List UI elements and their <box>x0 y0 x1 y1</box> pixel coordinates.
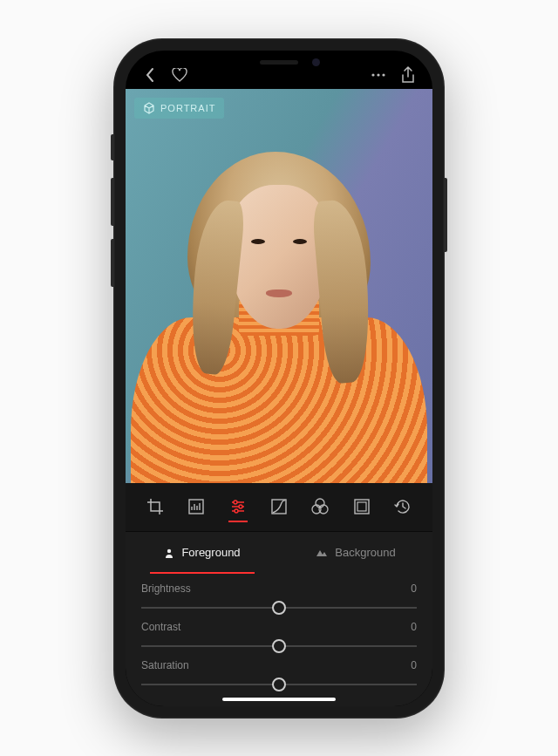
saturation-slider[interactable] <box>141 677 417 692</box>
history-tool[interactable] <box>391 489 414 524</box>
portrait-subject <box>140 117 418 483</box>
histogram-tool[interactable] <box>185 489 208 524</box>
tab-foreground[interactable]: Foreground <box>126 532 279 574</box>
home-indicator[interactable] <box>222 698 336 701</box>
contrast-slider[interactable] <box>141 638 417 654</box>
tab-background[interactable]: Background <box>279 532 432 574</box>
contrast-row: Contrast 0 <box>141 621 417 654</box>
saturation-value: 0 <box>411 659 417 671</box>
svg-rect-12 <box>357 502 366 511</box>
adjust-tool[interactable] <box>227 489 249 524</box>
saturation-label: Saturation <box>141 659 189 671</box>
filters-tool[interactable] <box>309 489 331 524</box>
contrast-label: Contrast <box>141 621 180 633</box>
brightness-slider[interactable] <box>141 600 417 616</box>
phone-frame: PORTRAIT <box>113 38 445 719</box>
svg-point-5 <box>239 505 242 508</box>
layer-tabs: Foreground Background <box>126 532 432 574</box>
contrast-value: 0 <box>411 621 417 633</box>
brightness-label: Brightness <box>141 582 191 595</box>
tab-foreground-label: Foreground <box>181 546 240 559</box>
frame-tool[interactable] <box>350 489 373 524</box>
svg-point-4 <box>234 501 237 504</box>
crop-tool[interactable] <box>144 489 167 524</box>
tab-background-label: Background <box>335 546 395 559</box>
svg-point-13 <box>167 548 171 552</box>
brightness-row: Brightness 0 <box>141 582 417 616</box>
cube-icon <box>143 102 155 114</box>
more-button[interactable] <box>370 66 387 84</box>
screen: PORTRAIT <box>126 51 432 706</box>
sliders-panel: Brightness 0 Contrast 0 Saturation <box>126 574 432 706</box>
share-button[interactable] <box>399 66 417 84</box>
back-button[interactable] <box>141 66 159 84</box>
brightness-value: 0 <box>411 582 417 595</box>
photo-preview[interactable]: PORTRAIT <box>126 89 432 483</box>
portrait-badge: PORTRAIT <box>134 98 224 119</box>
svg-point-6 <box>235 509 238 513</box>
svg-point-0 <box>371 73 374 76</box>
saturation-row: Saturation 0 <box>141 659 417 692</box>
mountains-icon <box>316 548 328 557</box>
person-icon <box>164 548 174 558</box>
favorite-button[interactable] <box>171 66 188 84</box>
notch <box>196 51 362 75</box>
svg-point-1 <box>377 73 379 76</box>
tool-strip <box>126 483 432 532</box>
svg-point-2 <box>382 73 384 76</box>
curves-tool[interactable] <box>268 489 290 524</box>
portrait-badge-label: PORTRAIT <box>160 103 215 113</box>
